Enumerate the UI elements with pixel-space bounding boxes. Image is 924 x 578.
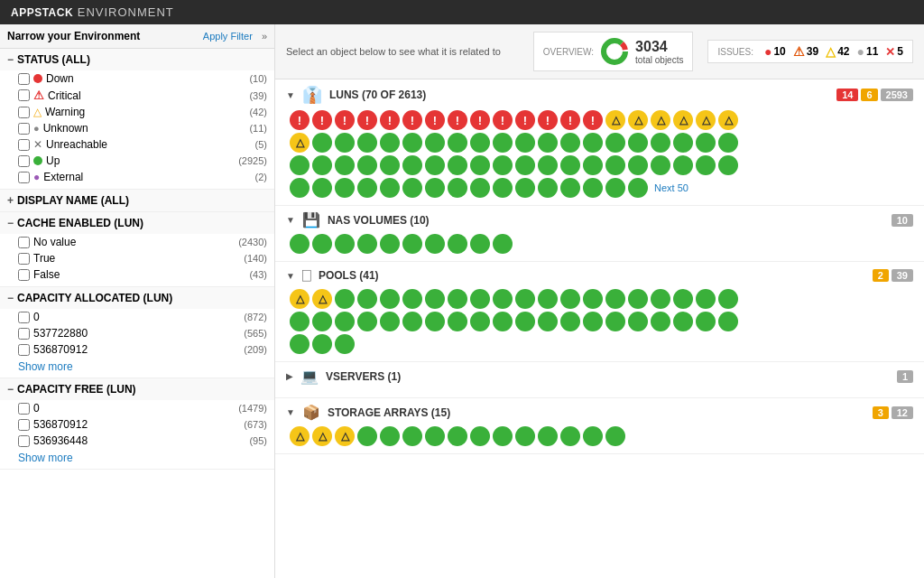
storage-item[interactable] bbox=[357, 426, 377, 446]
show-more-cap-alloc[interactable]: Show more bbox=[0, 358, 274, 378]
checkbox-up[interactable] bbox=[18, 155, 30, 167]
lun-item[interactable] bbox=[357, 133, 377, 153]
pool-item[interactable] bbox=[673, 312, 693, 331]
pool-item[interactable] bbox=[335, 289, 355, 309]
lun-item[interactable] bbox=[402, 178, 422, 198]
filter-section-cap-alloc-header[interactable]: − CAPACITY ALLOCATED (LUN) bbox=[0, 287, 274, 309]
checkbox-cap-free-5369[interactable] bbox=[18, 435, 30, 447]
pool-item[interactable] bbox=[583, 312, 603, 331]
lun-item[interactable] bbox=[515, 155, 535, 175]
pool-item[interactable] bbox=[651, 289, 670, 309]
lun-item[interactable]: △ bbox=[673, 110, 693, 130]
lun-item[interactable] bbox=[538, 178, 558, 198]
lun-item[interactable]: ! bbox=[470, 110, 490, 130]
pool-item[interactable] bbox=[312, 312, 332, 331]
lun-item[interactable] bbox=[290, 178, 310, 198]
lun-item[interactable]: △ bbox=[628, 110, 648, 130]
lun-item[interactable] bbox=[605, 178, 625, 198]
lun-item[interactable]: △ bbox=[651, 110, 670, 130]
nas-item[interactable] bbox=[290, 234, 310, 254]
checkbox-cap-alloc-537[interactable] bbox=[18, 328, 30, 340]
pool-item[interactable] bbox=[425, 312, 445, 331]
lun-item[interactable]: ! bbox=[425, 110, 445, 130]
show-more-cap-free[interactable]: Show more bbox=[0, 449, 274, 469]
pool-item[interactable] bbox=[425, 289, 445, 309]
filter-section-display-name-header[interactable]: + DISPLAY NAME (ALL) bbox=[0, 190, 274, 211]
storage-item[interactable] bbox=[538, 426, 558, 446]
lun-item[interactable] bbox=[538, 155, 558, 175]
lun-item[interactable] bbox=[312, 133, 332, 153]
toggle-pools[interactable]: ▼ bbox=[286, 271, 295, 281]
checkbox-unreachable[interactable] bbox=[18, 139, 30, 151]
nas-item[interactable] bbox=[470, 234, 490, 254]
lun-item[interactable] bbox=[696, 133, 716, 153]
pool-item[interactable] bbox=[470, 312, 490, 331]
pool-item[interactable] bbox=[515, 312, 535, 331]
checkbox-unknown[interactable] bbox=[18, 123, 30, 135]
lun-item[interactable] bbox=[312, 155, 332, 175]
checkbox-warning[interactable] bbox=[18, 107, 30, 118]
lun-item[interactable] bbox=[448, 133, 467, 153]
pool-item[interactable] bbox=[357, 289, 377, 309]
lun-item[interactable] bbox=[560, 178, 580, 198]
checkbox-cap-alloc-536[interactable] bbox=[18, 344, 30, 356]
pool-item[interactable] bbox=[560, 289, 580, 309]
pool-item[interactable] bbox=[718, 289, 738, 309]
lun-item[interactable] bbox=[290, 155, 310, 175]
lun-item[interactable] bbox=[335, 155, 355, 175]
apply-filter-button[interactable]: Apply Filter bbox=[203, 31, 253, 42]
lun-item[interactable] bbox=[357, 155, 377, 175]
lun-item[interactable] bbox=[583, 133, 603, 153]
pool-item[interactable]: △ bbox=[290, 289, 310, 309]
checkbox-down[interactable] bbox=[18, 73, 30, 85]
lun-item[interactable] bbox=[448, 178, 467, 198]
storage-item[interactable]: △ bbox=[312, 426, 332, 446]
pool-item[interactable] bbox=[402, 289, 422, 309]
pool-item[interactable] bbox=[493, 312, 513, 331]
checkbox-cap-alloc-0[interactable] bbox=[18, 312, 30, 323]
storage-item[interactable] bbox=[560, 426, 580, 446]
lun-item[interactable] bbox=[651, 155, 670, 175]
pool-item[interactable] bbox=[673, 289, 693, 309]
checkbox-false[interactable] bbox=[18, 269, 30, 281]
toggle-vservers[interactable]: ▶ bbox=[286, 371, 293, 381]
lun-item[interactable] bbox=[470, 133, 490, 153]
pool-item[interactable] bbox=[605, 312, 625, 331]
pool-item[interactable] bbox=[605, 289, 625, 309]
lun-item[interactable] bbox=[357, 178, 377, 198]
lun-item[interactable] bbox=[628, 155, 648, 175]
lun-item[interactable] bbox=[493, 178, 513, 198]
lun-item[interactable] bbox=[583, 178, 603, 198]
storage-item[interactable]: △ bbox=[290, 426, 310, 446]
lun-item[interactable]: ! bbox=[402, 110, 422, 130]
nas-item[interactable] bbox=[380, 234, 400, 254]
pool-item[interactable] bbox=[335, 334, 355, 354]
lun-item[interactable] bbox=[312, 178, 332, 198]
pool-item[interactable]: △ bbox=[312, 289, 332, 309]
pool-item[interactable] bbox=[448, 289, 467, 309]
filter-section-status-header[interactable]: − STATUS (ALL) bbox=[0, 49, 274, 70]
storage-item[interactable] bbox=[380, 426, 400, 446]
filter-section-cache-header[interactable]: − CACHE ENABLED (LUN) bbox=[0, 212, 274, 234]
nas-item[interactable] bbox=[425, 234, 445, 254]
lun-item[interactable] bbox=[560, 133, 580, 153]
lun-item[interactable]: △ bbox=[696, 110, 716, 130]
pool-item[interactable] bbox=[583, 289, 603, 309]
toggle-nas[interactable]: ▼ bbox=[286, 215, 295, 225]
storage-item[interactable] bbox=[515, 426, 535, 446]
pool-item[interactable] bbox=[628, 289, 648, 309]
lun-item[interactable] bbox=[470, 155, 490, 175]
pool-item[interactable] bbox=[312, 334, 332, 354]
lun-item[interactable] bbox=[696, 155, 716, 175]
collapse-sidebar-button[interactable]: » bbox=[262, 31, 267, 42]
lun-item[interactable] bbox=[605, 155, 625, 175]
storage-item[interactable] bbox=[470, 426, 490, 446]
lun-item[interactable] bbox=[380, 178, 400, 198]
lun-item[interactable]: ! bbox=[448, 110, 467, 130]
pool-item[interactable] bbox=[402, 312, 422, 331]
storage-item[interactable] bbox=[583, 426, 603, 446]
lun-item[interactable]: ! bbox=[515, 110, 535, 130]
pool-item[interactable] bbox=[718, 312, 738, 331]
lun-item[interactable] bbox=[718, 133, 738, 153]
toggle-luns[interactable]: ▼ bbox=[286, 90, 295, 100]
